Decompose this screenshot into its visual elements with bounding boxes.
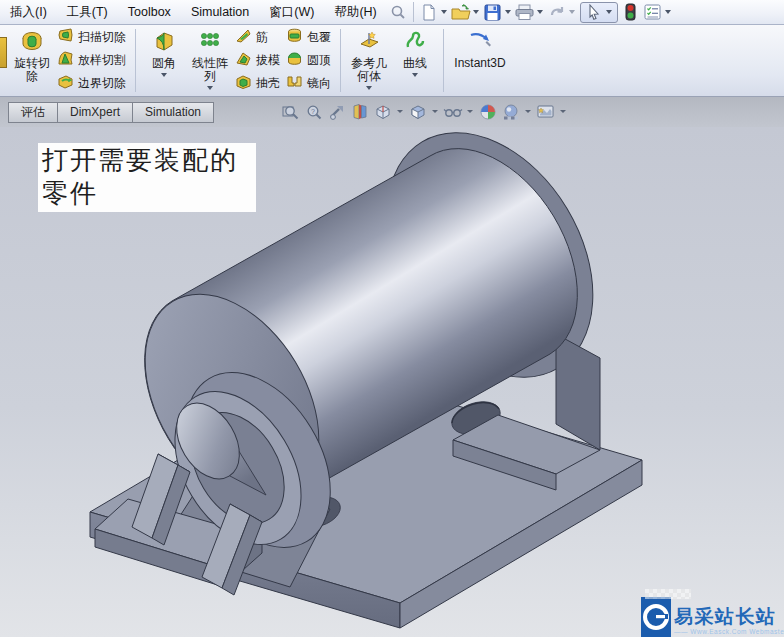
save-dropdown[interactable] — [505, 10, 511, 14]
apply-scene-dropdown[interactable] — [525, 110, 531, 113]
toolbar-separator — [413, 2, 414, 22]
section-view-icon[interactable] — [349, 102, 370, 121]
reference-geometry-label: 参考几何体 — [348, 57, 390, 83]
watermark-tagline: —— Www.Easck.Com Webmaster — [674, 628, 784, 635]
save-icon[interactable] — [482, 2, 504, 22]
boundary-cut-button[interactable]: 边界切除 — [57, 72, 126, 94]
boundary-cut-icon — [57, 74, 74, 93]
annotation-note: 打开需要装配的 零件 — [38, 143, 256, 212]
search-icon[interactable] — [387, 2, 409, 22]
wrap-icon — [286, 28, 303, 47]
transparency-checker — [645, 589, 691, 599]
draft-icon — [235, 51, 252, 70]
ribbon-separator — [340, 29, 341, 92]
ribbon-separator — [443, 29, 444, 92]
linear-pattern-button[interactable]: 线性阵列 — [187, 25, 233, 96]
fillet-label: 圆角 — [143, 57, 185, 70]
print-dropdown[interactable] — [537, 10, 543, 14]
rebuild-traffic-light-icon[interactable] — [620, 2, 642, 22]
menu-bar: 插入(I) 工具(T) Toolbox Simulation 窗口(W) 帮助(… — [0, 0, 784, 25]
fillet-dropdown[interactable] — [161, 73, 167, 77]
menu-insert[interactable]: 插入(I) — [0, 0, 57, 25]
wrap-button[interactable]: 包覆 — [286, 27, 331, 49]
reference-geometry-dropdown[interactable] — [366, 86, 372, 90]
hide-show-items-dropdown[interactable] — [467, 110, 473, 113]
swept-cut-icon — [57, 28, 74, 47]
revolved-cut-button[interactable]: 旋转切除 — [9, 25, 55, 96]
instant3d-icon — [467, 30, 493, 56]
options-icon[interactable] — [642, 2, 664, 22]
previous-view-icon[interactable] — [326, 102, 347, 121]
watermark: 易采站长站 —— Www.Easck.Com Webmaster — [641, 595, 784, 637]
menu-tools[interactable]: 工具(T) — [57, 0, 118, 25]
lofted-cut-icon — [57, 51, 74, 70]
mirror-icon — [286, 74, 303, 93]
open-dropdown[interactable] — [473, 10, 479, 14]
apply-scene-icon[interactable] — [500, 102, 521, 121]
shell-label: 抽壳 — [256, 75, 280, 92]
instant3d-button[interactable]: Instant3D — [449, 25, 511, 96]
tab-dimxpert[interactable]: DimXpert — [57, 102, 133, 123]
rib-icon — [235, 28, 252, 47]
revolved-cut-icon — [20, 30, 44, 56]
open-icon[interactable] — [450, 2, 472, 22]
mirror-button[interactable]: 镜向 — [286, 72, 331, 94]
curves-dropdown[interactable] — [412, 73, 418, 77]
linear-pattern-dropdown[interactable] — [207, 86, 213, 90]
linear-pattern-label: 线性阵列 — [189, 57, 231, 83]
new-document-icon[interactable] — [418, 2, 440, 22]
linear-pattern-icon — [198, 30, 222, 56]
swept-cut-label: 扫描切除 — [78, 29, 126, 46]
undo-icon[interactable] — [546, 2, 568, 22]
watermark-site-name: 易采站长站 — [674, 606, 784, 628]
curves-button[interactable]: 曲线 — [392, 25, 438, 96]
display-style-dropdown[interactable] — [432, 110, 438, 113]
ribbon-separator — [135, 29, 136, 92]
print-icon[interactable] — [514, 2, 536, 22]
select-cursor-icon[interactable] — [583, 2, 605, 22]
partial-button — [0, 37, 7, 68]
hide-show-items-icon[interactable] — [442, 102, 463, 121]
reference-geometry-icon — [357, 30, 381, 56]
zoom-to-area-icon[interactable]: ? — [303, 102, 324, 121]
annotation-line1: 打开需要装配的 — [42, 144, 252, 177]
menu-simulation[interactable]: Simulation — [181, 0, 259, 25]
new-document-dropdown[interactable] — [441, 10, 447, 14]
edit-appearance-icon[interactable] — [477, 102, 498, 121]
zoom-to-fit-icon[interactable] — [280, 102, 301, 121]
graphics-area[interactable]: 打开需要装配的 零件 易采站长站 —— Www.Easck.Com Webmas… — [0, 127, 784, 637]
select-dropdown[interactable] — [606, 10, 612, 14]
annotation-line2: 零件 — [42, 177, 252, 210]
shell-button[interactable]: 抽壳 — [235, 72, 280, 94]
menu-help[interactable]: 帮助(H) — [324, 0, 386, 25]
view-orientation-icon[interactable] — [372, 102, 393, 121]
dome-label: 圆顶 — [307, 52, 331, 69]
view-settings-icon[interactable] — [535, 102, 556, 121]
select-tool-group — [580, 2, 618, 23]
mirror-label: 镜向 — [307, 75, 331, 92]
revolved-cut-label: 旋转切除 — [11, 57, 53, 83]
rib-label: 筋 — [256, 29, 268, 46]
view-settings-dropdown[interactable] — [560, 110, 566, 113]
wrap-label: 包覆 — [307, 29, 331, 46]
undo-dropdown[interactable] — [569, 10, 575, 14]
tab-simulation[interactable]: Simulation — [132, 102, 214, 123]
fillet-button[interactable]: 圆角 — [141, 25, 187, 96]
solidworks-window: 插入(I) 工具(T) Toolbox Simulation 窗口(W) 帮助(… — [0, 0, 784, 637]
lofted-cut-button[interactable]: 放样切割 — [57, 50, 126, 72]
rib-button[interactable]: 筋 — [235, 27, 280, 49]
curves-icon — [404, 30, 426, 56]
menu-window[interactable]: 窗口(W) — [259, 0, 324, 25]
reference-geometry-button[interactable]: 参考几何体 — [346, 25, 392, 96]
view-orientation-dropdown[interactable] — [397, 110, 403, 113]
dome-button[interactable]: 圆顶 — [286, 50, 331, 72]
display-style-icon[interactable] — [407, 102, 428, 121]
menu-toolbox[interactable]: Toolbox — [118, 0, 181, 25]
swept-cut-button[interactable]: 扫描切除 — [57, 27, 126, 49]
options-dropdown[interactable] — [665, 10, 671, 14]
draft-button[interactable]: 拔模 — [235, 50, 280, 72]
commandmanager-tab-strip: 评估 DimXpert Simulation ? — [0, 97, 784, 127]
command-manager-ribbon: 旋转切除 扫描切除 放样切割 边界切除 圆角 — [0, 25, 784, 97]
tab-evaluate[interactable]: 评估 — [8, 102, 58, 123]
fillet-icon — [153, 30, 175, 56]
